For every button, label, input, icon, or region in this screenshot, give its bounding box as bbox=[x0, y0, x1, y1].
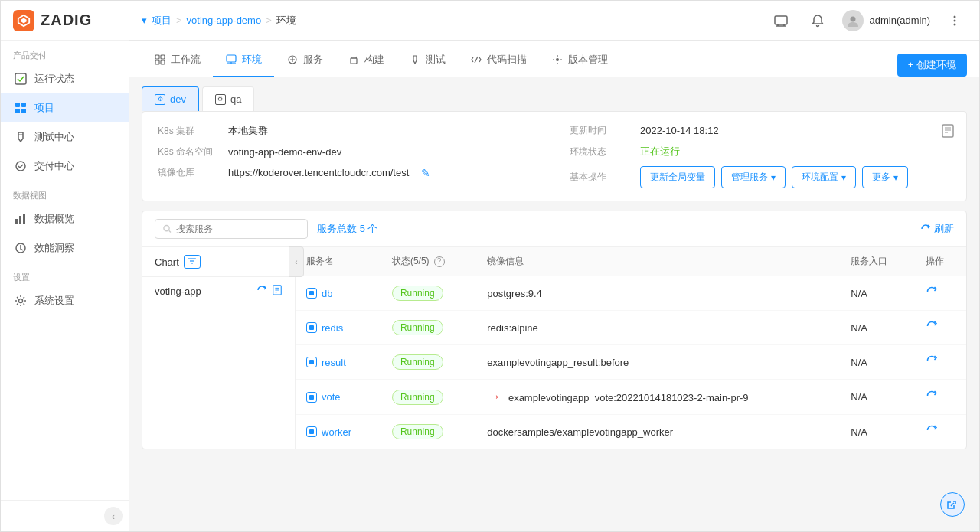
env-tab-dev-label: dev bbox=[170, 93, 186, 105]
sidebar-item-delivery[interactable]: 交付中心 bbox=[1, 152, 129, 181]
service-name-vote[interactable]: vote bbox=[306, 391, 371, 403]
service-refresh-btn-result[interactable] bbox=[926, 356, 938, 369]
link-icon-button[interactable] bbox=[940, 492, 965, 517]
update-global-vars-button[interactable]: 更新全局变量 bbox=[640, 166, 715, 188]
service-header: 服务总数 5 个 刷新 bbox=[142, 211, 966, 247]
service-status-cell-1: Running bbox=[381, 311, 476, 345]
table-row: redis Running redis:alpine N/A bbox=[296, 311, 966, 345]
manage-service-button[interactable]: 管理服务 ▾ bbox=[721, 166, 786, 188]
service-status-cell-2: Running bbox=[381, 345, 476, 380]
sidebar-item-test[interactable]: 测试中心 bbox=[1, 122, 129, 152]
sidebar-item-label-delivery: 交付中心 bbox=[34, 159, 74, 173]
service-dot-result bbox=[306, 357, 317, 367]
edit-icon[interactable]: ✎ bbox=[421, 167, 430, 179]
dataoverview-icon bbox=[13, 211, 28, 227]
k8s-cluster-label: K8s 集群 bbox=[158, 125, 219, 138]
service-name-label-redis: redis bbox=[322, 322, 343, 334]
svg-point-19 bbox=[954, 15, 956, 18]
breadcrumb-dropdown[interactable]: ▾ bbox=[142, 15, 147, 26]
tab-codescan[interactable]: 代码扫描 bbox=[458, 44, 539, 77]
env-config-button[interactable]: 环境配置 ▾ bbox=[792, 166, 856, 188]
service-name-result[interactable]: result bbox=[306, 357, 371, 368]
env-dev-icon: ⚙ bbox=[155, 94, 165, 105]
env-tab-icon bbox=[225, 54, 237, 66]
sidebar-item-insight[interactable]: 效能洞察 bbox=[1, 233, 129, 263]
breadcrumb-item1[interactable]: 项目 bbox=[152, 14, 172, 28]
info-row-basic-op: 基本操作 更新全局变量 管理服务 ▾ 环境配置 ▾ bbox=[570, 166, 951, 188]
env-qa-icon: ⚙ bbox=[215, 94, 226, 105]
doc-icon[interactable] bbox=[942, 124, 954, 140]
screen-icon[interactable] bbox=[769, 8, 793, 33]
service-name-db[interactable]: db bbox=[306, 288, 371, 299]
more-menu-icon[interactable] bbox=[942, 8, 967, 33]
k8s-cluster-value: 本地集群 bbox=[228, 124, 268, 138]
tab-test[interactable]: 测试 bbox=[397, 44, 458, 77]
svg-rect-10 bbox=[19, 216, 21, 224]
sidebar-collapse-btn[interactable]: ‹ bbox=[104, 507, 122, 525]
chart-filter-icon[interactable] bbox=[184, 255, 201, 269]
notification-icon[interactable] bbox=[805, 8, 830, 33]
sidebar-item-runtime[interactable]: 运行状态 bbox=[1, 64, 129, 93]
sidebar-item-settings[interactable]: 系统设置 bbox=[1, 286, 129, 315]
user-info[interactable]: admin(admin) bbox=[842, 10, 930, 31]
status-help-icon[interactable]: ? bbox=[434, 256, 445, 267]
app-container: ZADIG 产品交付 运行状态 项目 测试中心 交付中心 bbox=[0, 0, 980, 532]
tab-build[interactable]: 构建 bbox=[335, 44, 397, 77]
tab-version[interactable]: 版本管理 bbox=[539, 44, 620, 77]
chart-item-voting-app[interactable]: voting-app bbox=[142, 277, 295, 305]
service-entry-redis: N/A bbox=[851, 322, 867, 334]
collapse-sidebar-button[interactable]: ‹ bbox=[289, 246, 304, 277]
th-action-label: 操作 bbox=[926, 256, 944, 266]
service-count: 服务总数 5 个 bbox=[317, 222, 377, 236]
more-button[interactable]: 更多 ▾ bbox=[862, 166, 908, 188]
service-refresh-btn-redis[interactable] bbox=[926, 321, 938, 335]
breadcrumb-sep1: > bbox=[176, 15, 182, 26]
manage-service-dropdown-icon: ▾ bbox=[771, 172, 776, 183]
sidebar-item-project[interactable]: 项目 bbox=[1, 93, 129, 122]
service-refresh-btn-worker[interactable] bbox=[926, 426, 938, 439]
more-dropdown-icon: ▾ bbox=[893, 172, 898, 183]
th-status-help: 状态(5/5) ? bbox=[392, 255, 466, 268]
service-refresh-btn-db[interactable] bbox=[926, 287, 938, 300]
info-row-cluster: K8s 集群 本地集群 bbox=[158, 124, 539, 138]
chart-sidebar: Chart ‹ voting-app bbox=[142, 247, 296, 449]
svg-rect-6 bbox=[21, 109, 26, 113]
service-status-result: Running bbox=[392, 354, 443, 370]
user-name: admin(admin) bbox=[870, 15, 930, 26]
service-dot-redis bbox=[306, 322, 317, 333]
service-refresh-btn-vote[interactable] bbox=[926, 391, 938, 404]
svg-rect-2 bbox=[15, 73, 26, 84]
btn-group: 更新全局变量 管理服务 ▾ 环境配置 ▾ 更多 bbox=[640, 166, 908, 188]
svg-rect-5 bbox=[15, 109, 20, 113]
tab-service[interactable]: 服务 bbox=[274, 44, 335, 77]
svg-rect-26 bbox=[227, 55, 236, 62]
breadcrumb-item2[interactable]: voting-app-demo bbox=[187, 15, 262, 26]
service-name-worker[interactable]: worker bbox=[306, 426, 371, 438]
basic-op-label: 基本操作 bbox=[570, 171, 631, 184]
tab-workflow[interactable]: 工作流 bbox=[142, 44, 213, 77]
service-status-cell-4: Running bbox=[381, 415, 476, 449]
service-count-unit: 个 bbox=[368, 223, 377, 234]
env-tab-qa[interactable]: ⚙ qa bbox=[202, 86, 254, 111]
info-row-env-status: 环境状态 正在运行 bbox=[570, 145, 951, 158]
chart-refresh-icon[interactable] bbox=[256, 285, 267, 298]
service-name-redis[interactable]: redis bbox=[306, 322, 371, 334]
svg-rect-30 bbox=[351, 58, 357, 64]
service-image-cell-2: examplevotingapp_result:before bbox=[476, 345, 840, 380]
search-input[interactable] bbox=[176, 224, 299, 234]
service-section: 服务总数 5 个 刷新 Chart bbox=[142, 211, 967, 449]
arrow-icon-vote: → bbox=[487, 389, 501, 404]
create-env-button[interactable]: + 创建环境 bbox=[897, 54, 967, 77]
chart-doc-icon[interactable] bbox=[272, 285, 283, 298]
th-name: 服务名 bbox=[296, 247, 381, 276]
svg-point-32 bbox=[556, 58, 559, 61]
env-status-label: 环境状态 bbox=[570, 145, 631, 158]
tab-env[interactable]: 环境 bbox=[213, 44, 274, 77]
env-tab-dev[interactable]: ⚙ dev bbox=[142, 86, 199, 111]
refresh-button[interactable]: 刷新 bbox=[920, 222, 954, 236]
info-row-namespace: K8s 命名空间 voting-app-demo-env-dev bbox=[158, 145, 539, 158]
top-header: ▾ 项目 > voting-app-demo > 环境 admin( bbox=[129, 1, 979, 41]
nav-tabs: 工作流 环境 服务 构建 bbox=[129, 41, 979, 77]
table-row: worker Running dockersamples/examplevoti… bbox=[296, 415, 966, 449]
sidebar-item-dataoverview[interactable]: 数据概览 bbox=[1, 204, 129, 233]
